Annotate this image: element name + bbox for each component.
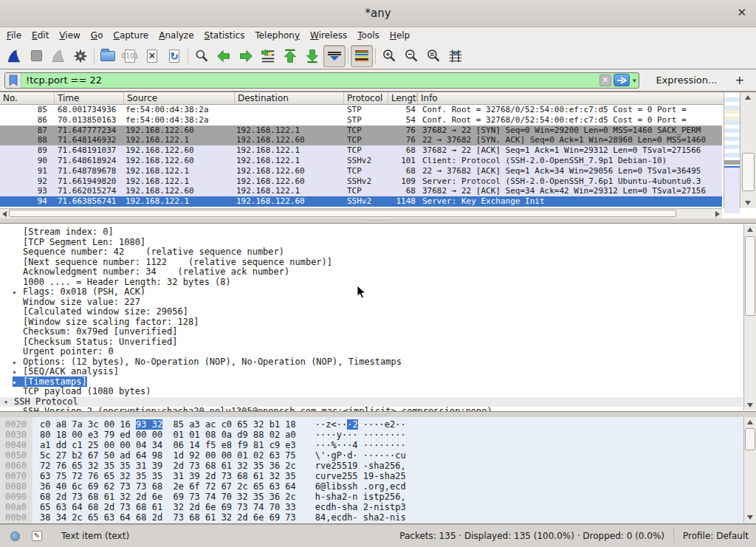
packet-row-88[interactable]: 8871.648146932192.168.122.1192.168.122.6… — [0, 135, 722, 145]
colorize-button[interactable] — [351, 45, 373, 67]
close-icon[interactable]: ✕ — [737, 6, 746, 19]
restart-capture-button[interactable] — [47, 45, 69, 67]
detail-line[interactable]: ▾SSH Protocol — [0, 397, 743, 407]
hex-row-0030[interactable]: 003080 18 00 e3 79 ed 00 00 01 01 08 0a … — [0, 430, 743, 440]
filter-input[interactable] — [21, 75, 599, 86]
detail-line[interactable]: ▸Options: (12 bytes), No-Operation (NOP)… — [0, 357, 743, 368]
go-last-button[interactable] — [301, 45, 323, 67]
packet-list-hscrollbar[interactable] — [0, 208, 722, 219]
column-header-source[interactable]: Source — [124, 92, 235, 104]
collapsed-icon[interactable]: ▸ — [13, 377, 23, 388]
capture-options-button[interactable] — [69, 45, 92, 67]
collapsed-icon[interactable]: ▸ — [13, 357, 23, 368]
open-file-button[interactable] — [97, 45, 119, 67]
clear-filter-icon[interactable]: ✕ — [599, 75, 611, 86]
hex-row-0060[interactable]: 006072 76 65 32 35 35 31 39 2d 73 68 61 … — [0, 461, 743, 471]
menu-item-telephony[interactable]: Telephony — [250, 29, 305, 42]
menu-item-view[interactable]: View — [54, 29, 85, 42]
detail-line[interactable]: [Checksum Status: Unverified] — [0, 337, 743, 348]
packet-row-92[interactable]: 9271.661949820192.168.122.1192.168.122.6… — [0, 176, 722, 187]
packet-row-90[interactable]: 9071.648618924192.168.122.60192.168.122.… — [0, 156, 722, 166]
detail-line[interactable]: Checksum: 0x79ed [unverified] — [0, 327, 743, 337]
zoom-original-button[interactable] — [422, 45, 444, 67]
scroll-right-icon[interactable] — [715, 211, 720, 217]
hex-row-0090[interactable]: 009068 2d 73 68 61 32 2d 6e 69 73 74 70 … — [0, 492, 743, 502]
add-filter-button[interactable]: + — [724, 74, 750, 87]
menu-item-help[interactable]: Help — [385, 29, 415, 42]
go-to-packet-button[interactable] — [257, 45, 279, 67]
detail-line[interactable]: [Stream index: 0] — [0, 227, 743, 238]
go-forward-button[interactable] — [235, 45, 257, 67]
resize-columns-button[interactable] — [444, 45, 467, 67]
packet-row-89[interactable]: 8971.648191037192.168.122.60192.168.122.… — [0, 145, 722, 156]
details-vscrollbar[interactable] — [743, 224, 756, 410]
scroll-down-icon[interactable] — [747, 403, 753, 407]
save-file-button[interactable]: 0101 — [119, 45, 141, 67]
hex-row-00b0[interactable]: 00b038 34 2c 65 63 64 68 2d 73 68 61 32 … — [0, 512, 743, 523]
filter-history-dropdown-icon[interactable]: ▾ — [631, 77, 639, 84]
menu-item-edit[interactable]: Edit — [27, 29, 54, 42]
detail-line[interactable]: ▸Flags: 0x018 (PSH, ACK) — [0, 287, 743, 297]
profile-label[interactable]: Profile: Default — [683, 531, 749, 541]
packet-row-94[interactable]: 9471.663856741192.168.122.1192.168.122.6… — [0, 196, 722, 207]
detail-line[interactable]: [TCP Segment Len: 1080] — [0, 238, 743, 248]
scroll-thumb[interactable] — [9, 210, 676, 217]
collapsed-icon[interactable]: ▸ — [13, 287, 23, 297]
zoom-in-button[interactable] — [378, 45, 400, 67]
find-packet-button[interactable] — [190, 45, 213, 67]
titlebar[interactable]: *any ✕ — [0, 0, 756, 27]
packet-row-87[interactable]: 8771.647777234192.168.122.60192.168.122.… — [0, 125, 722, 136]
detail-line[interactable]: 1000 .... = Header Length: 32 bytes (8) — [0, 278, 743, 288]
packet-list-minimap[interactable] — [724, 92, 740, 208]
go-back-button[interactable] — [213, 45, 235, 67]
close-file-button[interactable]: ✕ — [141, 45, 163, 67]
auto-scroll-button[interactable] — [323, 45, 346, 67]
column-header-length[interactable]: Length — [388, 92, 418, 104]
packet-list-vscrollbar[interactable] — [740, 92, 756, 208]
column-header-time[interactable]: Time — [55, 92, 124, 104]
scroll-up-icon[interactable] — [747, 227, 753, 232]
detail-line[interactable]: Urgent pointer: 0 — [0, 347, 743, 357]
expression-button[interactable]: Expression... — [648, 75, 724, 86]
hex-vscrollbar[interactable] — [743, 417, 756, 523]
detail-line[interactable]: [Next sequence number: 1122 (relative se… — [0, 258, 743, 268]
detail-line[interactable]: TCP payload (1080 bytes) — [0, 387, 743, 397]
capture-comment-icon[interactable]: ✎ — [32, 531, 42, 541]
stop-capture-button[interactable] — [25, 45, 47, 67]
menu-item-capture[interactable]: Capture — [108, 29, 154, 42]
zoom-out-button[interactable] — [400, 45, 422, 67]
scroll-down-icon[interactable] — [745, 201, 751, 205]
menu-item-analyze[interactable]: Analyze — [154, 29, 199, 42]
apply-filter-icon[interactable] — [614, 74, 630, 86]
scroll-left-icon[interactable] — [2, 211, 7, 217]
column-header-protocol[interactable]: Protocol — [344, 92, 388, 104]
scroll-up-icon[interactable] — [747, 420, 753, 424]
scroll-up-icon[interactable] — [745, 95, 751, 100]
column-header-destination[interactable]: Destination — [235, 92, 344, 104]
packet-row-93[interactable]: 9371.662015274192.168.122.60192.168.122.… — [0, 186, 722, 196]
hex-row-00a0[interactable]: 00a065 63 64 68 2d 73 68 61 32 2d 6e 69 … — [0, 502, 743, 512]
detail-line[interactable]: Window size value: 227 — [0, 297, 743, 308]
collapsed-icon[interactable]: ▸ — [13, 367, 23, 377]
menu-item-wireless[interactable]: Wireless — [305, 29, 352, 42]
detail-line[interactable]: ▸[Timestamps] — [0, 377, 743, 388]
scroll-down-icon[interactable] — [747, 515, 753, 520]
hex-row-0050[interactable]: 00505c 27 b2 67 50 ad 64 98 1d 92 00 00 … — [0, 450, 743, 461]
start-capture-button[interactable] — [3, 45, 25, 67]
detail-line[interactable]: ▸[SEQ/ACK analysis] — [0, 367, 743, 377]
scroll-thumb[interactable] — [742, 153, 755, 191]
packet-row-91[interactable]: 9171.648789678192.168.122.1192.168.122.6… — [0, 166, 722, 176]
detail-line[interactable]: [Window size scaling factor: 128] — [0, 317, 743, 328]
detail-line[interactable]: Sequence number: 42 (relative sequence n… — [0, 247, 743, 258]
column-header-info[interactable]: Info — [418, 92, 756, 104]
collapsed-icon[interactable]: ▸ — [13, 407, 23, 412]
expanded-icon[interactable]: ▾ — [4, 397, 14, 407]
bookmark-icon[interactable] — [5, 73, 21, 88]
menu-item-go[interactable]: Go — [86, 29, 109, 42]
reload-file-button[interactable]: ↻ — [163, 45, 185, 67]
menu-item-file[interactable]: File — [1, 29, 27, 42]
hex-row-0040[interactable]: 0040a1 dd c1 25 00 00 04 34 06 14 f5 e8 … — [0, 440, 743, 450]
packet-row-85[interactable]: 8568.001734936fe:54:00:d4:38:2aSTP54Conf… — [0, 105, 722, 115]
detail-line[interactable]: [Calculated window size: 29056] — [0, 307, 743, 317]
go-first-button[interactable] — [279, 45, 301, 67]
